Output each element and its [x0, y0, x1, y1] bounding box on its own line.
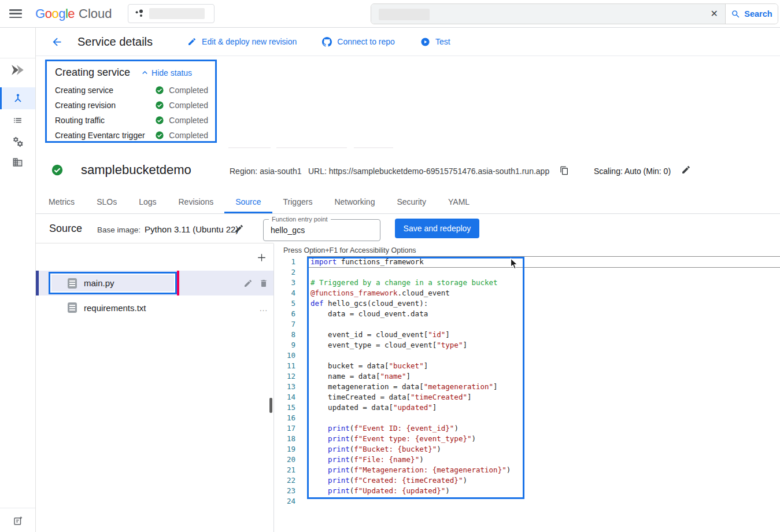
line-number: 19: [274, 444, 295, 455]
line-number: 16: [274, 413, 295, 423]
code-line-22[interactable]: 22 print(f"Created: {timeCreated}"): [274, 475, 780, 486]
delete-file-trash-icon[interactable]: [259, 279, 268, 288]
ghost-artifact: [228, 147, 271, 148]
tab-security[interactable]: Security: [386, 191, 437, 213]
tab-metrics[interactable]: Metrics: [38, 191, 86, 213]
function-entry-point-input[interactable]: [264, 220, 380, 241]
add-file-plus-icon[interactable]: [256, 252, 267, 263]
step-status: Completed: [169, 131, 208, 140]
ghost-artifact: [354, 147, 393, 148]
code-line-4[interactable]: 4@functions_framework.cloud_event: [274, 288, 780, 298]
line-number: 24: [274, 496, 295, 507]
line-number: 8: [274, 330, 295, 340]
service-url: URL: https://samplebucketdemo-6951575147…: [308, 167, 549, 176]
services-icon: [12, 93, 24, 104]
code-line-2[interactable]: 2: [274, 267, 780, 278]
code-line-10[interactable]: 10: [274, 350, 780, 361]
project-selector[interactable]: [128, 4, 215, 23]
function-entry-point-label: Function entry point: [269, 216, 331, 223]
search-button[interactable]: Search: [725, 4, 778, 24]
tab-triggers[interactable]: Triggers: [272, 191, 324, 213]
file-more-options-icon[interactable]: …: [259, 303, 268, 313]
test-button[interactable]: Test: [420, 37, 450, 47]
tab-yaml[interactable]: YAML: [437, 191, 480, 213]
base-image-label: Base image:: [97, 226, 141, 234]
edit-base-image-pencil-icon[interactable]: [234, 224, 244, 234]
sidebar-item-integrations[interactable]: [0, 131, 35, 153]
region-value: asia-south1: [260, 167, 301, 176]
code-line-1[interactable]: 1import functions_framework: [274, 257, 780, 267]
code-line-5[interactable]: 5def hello_gcs(cloud_event):: [274, 298, 780, 309]
panel-resize-handle[interactable]: [269, 398, 272, 413]
status-step-row: Routing trafficCompleted: [54, 113, 209, 128]
code-line-13[interactable]: 13 metageneration = data["metageneration…: [274, 382, 780, 392]
region-label: Region:: [230, 167, 257, 176]
copy-url-icon[interactable]: [560, 166, 569, 175]
header-actions: Edit & deploy new revision Connect to re…: [187, 37, 450, 47]
code-line-14[interactable]: 14 timeCreated = data["timeCreated"]: [274, 392, 780, 402]
sidebar-item-release-notes[interactable]: [0, 510, 35, 532]
edit-scaling-pencil-icon[interactable]: [681, 165, 691, 175]
google-logo-text: Google: [35, 6, 75, 21]
hide-status-button[interactable]: Hide status: [140, 68, 192, 77]
source-heading: Source: [49, 223, 82, 235]
line-number: 4: [274, 288, 295, 298]
code-line-16[interactable]: 16: [274, 413, 780, 423]
code-line-17[interactable]: 17 print(f"Event ID: {event_id}"): [274, 423, 780, 434]
google-cloud-logo[interactable]: Google Cloud: [35, 6, 112, 21]
code-line-19[interactable]: 19 print(f"Bucket: {bucket}"): [274, 444, 780, 455]
rename-file-pencil-icon[interactable]: [243, 279, 253, 288]
line-number: 2: [274, 267, 295, 278]
url-value[interactable]: https://samplebucketdemo-69515751476.asi…: [329, 167, 549, 176]
tab-source[interactable]: Source: [224, 191, 272, 213]
code-line-9[interactable]: 9 event_type = cloud_event["type"]: [274, 340, 780, 350]
clear-search-icon[interactable]: ✕: [711, 8, 718, 19]
code-line-7[interactable]: 7: [274, 319, 780, 330]
sidebar-item-organization[interactable]: [0, 151, 35, 173]
sidebar-item-services[interactable]: [0, 87, 35, 109]
code-line-15[interactable]: 15 updated = data["updated"]: [274, 402, 780, 413]
code-editor[interactable]: Press Option+F1 for Accessibility Option…: [274, 243, 780, 532]
sidebar-item-jobs[interactable]: [0, 109, 35, 131]
code-line-3[interactable]: 3# Triggered by a change in a storage bu…: [274, 278, 780, 288]
cloud-logo-text: Cloud: [79, 6, 112, 21]
file-row-main-py[interactable]: main.py: [36, 271, 273, 295]
edit-deploy-revision-button[interactable]: Edit & deploy new revision: [187, 37, 297, 47]
code-line-18[interactable]: 18 print(f"Event type: {event_type}"): [274, 434, 780, 444]
play-circle-icon: [420, 37, 430, 47]
step-label: Creating service: [55, 86, 113, 95]
search-input[interactable]: ✕: [371, 4, 725, 24]
code-line-11[interactable]: 11 bucket = data["bucket"]: [274, 361, 780, 371]
save-and-redeploy-button[interactable]: Save and redeploy: [395, 219, 479, 238]
code-line-24[interactable]: 24: [274, 496, 780, 507]
tab-revisions[interactable]: Revisions: [168, 191, 225, 213]
search-query-redacted: [379, 9, 430, 20]
tab-networking[interactable]: Networking: [323, 191, 386, 213]
code-line-12[interactable]: 12 name = data["name"]: [274, 371, 780, 382]
check-circle-icon: [155, 131, 164, 140]
check-circle-icon: [155, 86, 164, 95]
tab-logs[interactable]: Logs: [128, 191, 167, 213]
code-line-20[interactable]: 20 print(f"File: {name}"): [274, 455, 780, 465]
service-healthy-icon: [51, 164, 64, 176]
back-arrow-icon[interactable]: [51, 36, 63, 48]
status-step-row: Creating serviceCompleted: [54, 83, 209, 98]
code-line-8[interactable]: 8 event_id = cloud_event["id"]: [274, 330, 780, 340]
line-number: 18: [274, 434, 295, 444]
code-line-23[interactable]: 23 print(f"Updated: {updated}"): [274, 486, 780, 496]
step-label: Creating revision: [55, 101, 116, 110]
tab-slos[interactable]: SLOs: [86, 191, 128, 213]
left-sidebar: [0, 28, 36, 532]
sidebar-divider: [0, 58, 35, 58]
menu-icon[interactable]: [9, 9, 22, 18]
code-line-6[interactable]: 6 data = cloud_event.data: [274, 309, 780, 319]
line-number: 15: [274, 402, 295, 413]
connect-to-repo-button[interactable]: Connect to repo: [322, 37, 395, 47]
code-line-21[interactable]: 21 print(f"Metageneration: {metagenerati…: [274, 465, 780, 475]
action-label: Test: [435, 37, 450, 46]
service-region: Region: asia-south1: [230, 167, 302, 176]
file-row-requirements-txt[interactable]: requirements.txt …: [36, 295, 273, 320]
service-name: samplebucketdemo: [81, 162, 191, 178]
line-number: 5: [274, 298, 295, 309]
file-name: main.py: [84, 278, 114, 288]
